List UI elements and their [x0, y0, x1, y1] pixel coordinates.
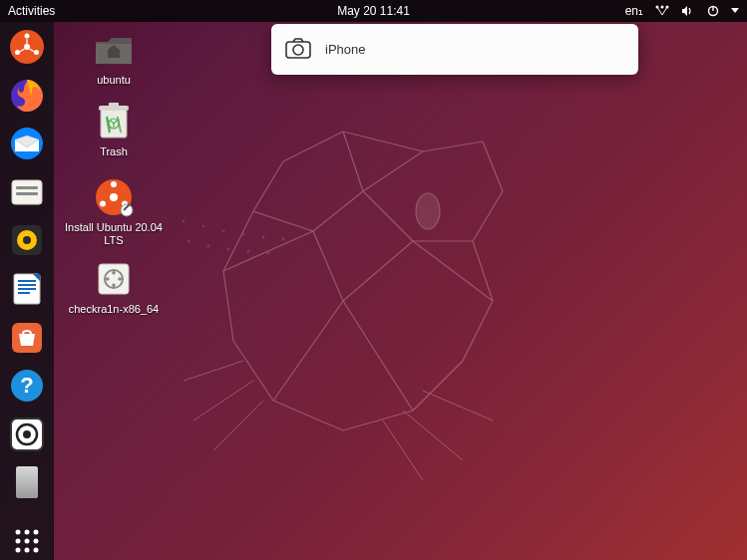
desktop-icon-label: Trash: [100, 145, 128, 158]
svg-point-18: [23, 236, 31, 244]
dock-item-thunderbird[interactable]: [7, 125, 47, 163]
trash-icon: [94, 102, 134, 141]
dock-item-writer[interactable]: [7, 270, 47, 309]
volume-icon[interactable]: [681, 5, 695, 17]
clock[interactable]: May 20 11:41: [337, 4, 410, 18]
svg-point-36: [16, 538, 21, 543]
installer-icon: [94, 177, 134, 217]
svg-point-45: [222, 230, 225, 233]
svg-point-40: [25, 547, 30, 552]
svg-point-42: [416, 193, 440, 229]
desktop-icon-label: checkra1n-x86_64: [69, 303, 160, 316]
svg-point-47: [262, 236, 265, 239]
svg-point-34: [25, 529, 30, 534]
svg-text:?: ?: [20, 373, 33, 398]
network-icon[interactable]: [655, 5, 669, 17]
top-bar: Activities May 20 11:41 en₁: [0, 0, 747, 22]
svg-point-50: [207, 245, 210, 248]
svg-rect-21: [18, 280, 36, 282]
svg-point-39: [16, 547, 21, 552]
svg-rect-15: [16, 192, 38, 195]
svg-point-43: [183, 220, 186, 223]
svg-point-46: [242, 233, 245, 236]
system-status-area[interactable]: en₁: [625, 4, 739, 18]
svg-point-49: [187, 240, 190, 243]
desktop[interactable]: ubuntu Trash Install Ubuntu 20.04 LTS ch…: [54, 22, 747, 560]
dock-item-drive[interactable]: [7, 463, 47, 502]
svg-point-1: [661, 6, 664, 9]
desktop-icon-home[interactable]: ubuntu: [64, 30, 164, 87]
camera-icon: [285, 37, 311, 63]
svg-point-53: [267, 252, 270, 255]
svg-point-59: [110, 193, 118, 201]
svg-point-35: [34, 529, 39, 534]
svg-point-62: [100, 201, 106, 207]
dock-item-software[interactable]: [7, 318, 47, 357]
svg-point-38: [34, 538, 39, 543]
dock: ?: [0, 22, 54, 560]
svg-point-8: [34, 50, 39, 55]
svg-point-52: [247, 250, 250, 253]
svg-point-67: [293, 45, 303, 55]
svg-point-44: [202, 225, 205, 228]
dock-item-rhythmbox[interactable]: [7, 221, 47, 260]
svg-rect-23: [18, 288, 36, 290]
dock-item-help[interactable]: ?: [7, 367, 47, 406]
desktop-icon-label: Install Ubuntu 20.04 LTS: [64, 221, 164, 247]
svg-point-6: [24, 44, 30, 50]
desktop-icon-label: ubuntu: [97, 74, 131, 87]
desktop-icon-trash[interactable]: Trash: [64, 102, 164, 158]
dock-item-firefox[interactable]: [7, 77, 47, 116]
svg-rect-56: [109, 103, 119, 107]
show-applications-button[interactable]: [7, 521, 47, 560]
svg-point-33: [16, 529, 21, 534]
wallpaper-art: [164, 102, 562, 500]
svg-point-7: [25, 34, 30, 39]
desktop-icon-installer[interactable]: Install Ubuntu 20.04 LTS: [64, 177, 164, 247]
notification-title: iPhone: [325, 42, 365, 57]
input-source-indicator[interactable]: en₁: [625, 4, 643, 18]
chevron-down-icon: [731, 8, 739, 14]
svg-point-9: [15, 50, 20, 55]
notification-banner[interactable]: iPhone: [271, 24, 638, 75]
dock-item-checkra1n[interactable]: [7, 415, 47, 453]
dock-item-files[interactable]: [7, 28, 47, 67]
svg-rect-32: [16, 466, 38, 498]
home-folder-icon: [94, 30, 134, 70]
svg-rect-22: [18, 284, 36, 286]
svg-point-37: [25, 538, 30, 543]
svg-rect-24: [18, 292, 30, 294]
power-icon[interactable]: [707, 5, 719, 17]
svg-point-48: [282, 238, 285, 241]
svg-point-60: [111, 181, 117, 187]
desktop-icon-checkra1n[interactable]: checkra1n-x86_64: [64, 259, 164, 316]
dock-item-nautilus[interactable]: [7, 173, 47, 212]
executable-icon: [94, 259, 134, 299]
svg-rect-64: [99, 264, 129, 294]
svg-point-30: [23, 430, 31, 438]
svg-point-41: [34, 547, 39, 552]
svg-rect-14: [16, 186, 38, 189]
activities-button[interactable]: Activities: [8, 4, 55, 18]
svg-point-51: [227, 248, 230, 251]
